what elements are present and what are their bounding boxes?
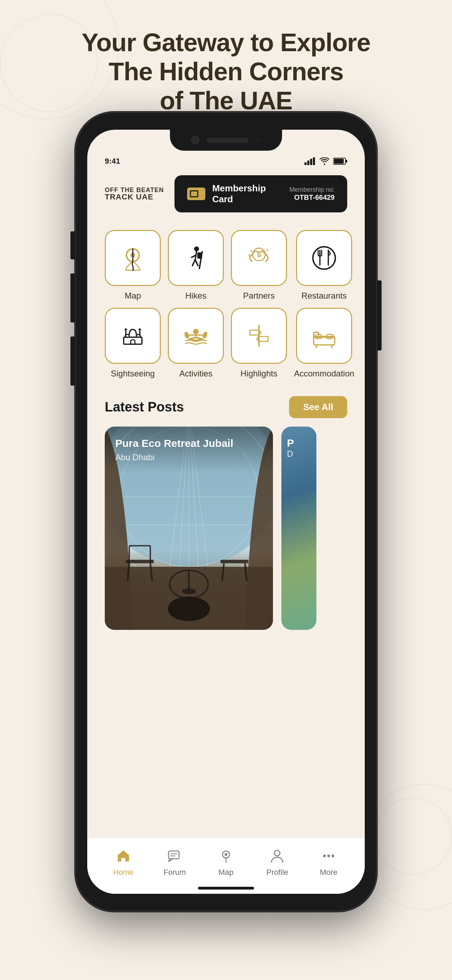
- highlights-icon-box: [231, 308, 287, 364]
- post-1-title: Pura Eco Retreat Jubail: [115, 437, 263, 450]
- svg-rect-6: [334, 159, 344, 164]
- silent-switch: [70, 336, 75, 385]
- phone-shell: 9:41: [75, 112, 377, 911]
- post-2-bg: [282, 426, 317, 630]
- hikes-label: Hikes: [185, 291, 206, 301]
- time: 9:41: [105, 157, 120, 166]
- bottom-nav: Home Forum: [87, 838, 365, 894]
- partners-label: Partners: [243, 291, 275, 301]
- app-header: OFF THE BEATEN TRACK UAE Membership Card…: [87, 172, 365, 220]
- speaker: [206, 138, 248, 143]
- forum-nav-label: Forum: [164, 868, 186, 877]
- svg-rect-27: [124, 337, 142, 344]
- menu-item-sightseeing[interactable]: Sightseeing: [105, 308, 161, 379]
- nav-item-profile[interactable]: Profile: [251, 848, 303, 877]
- svg-point-9: [194, 247, 199, 251]
- svg-point-74: [331, 854, 334, 858]
- post-2-title: P: [287, 437, 294, 449]
- status-bar: 9:41: [87, 151, 365, 172]
- highlights-label: Highlights: [240, 369, 277, 379]
- nav-item-map[interactable]: Map: [201, 848, 251, 877]
- membership-card[interactable]: Membership Card Membership no: OTBT-6642…: [175, 175, 347, 212]
- post-1-location: Abu Dhabi: [115, 452, 263, 462]
- svg-rect-15: [197, 252, 202, 259]
- posts-scroll: Pura Eco Retreat Jubail Abu Dhabi P D: [87, 426, 365, 630]
- bg-decor-circle-4: [375, 798, 452, 875]
- map-icon: [119, 244, 147, 272]
- partners-icon: $: [245, 244, 273, 272]
- map-nav-icon: [218, 848, 234, 865]
- volume-down-button: [70, 274, 75, 323]
- svg-rect-5: [346, 160, 347, 162]
- headline: Your Gateway to Explore The Hidden Corne…: [0, 28, 452, 115]
- menu-item-accommodation[interactable]: Accommodation: [294, 308, 354, 379]
- phone-screen: 9:41: [87, 130, 365, 894]
- accommodation-icon-box: [296, 308, 352, 364]
- nav-item-more[interactable]: More: [303, 848, 354, 877]
- post-2-location: D: [287, 449, 294, 459]
- card-number-area: Membership no: OTBT-66429: [290, 186, 334, 202]
- post-1-overlay: Pura Eco Retreat Jubail Abu Dhabi: [105, 426, 273, 473]
- svg-rect-0: [304, 162, 307, 165]
- sightseeing-icon-box: [105, 308, 161, 364]
- post-card-2[interactable]: P D: [282, 426, 317, 630]
- activities-label: Activities: [180, 369, 213, 379]
- volume-up-button: [70, 231, 75, 259]
- activities-icon: [182, 322, 210, 350]
- map-nav-label: Map: [219, 868, 234, 877]
- card-icon: [187, 188, 205, 200]
- svg-point-62: [168, 597, 210, 621]
- section-title: Latest Posts: [105, 399, 184, 415]
- menu-grid: Map: [87, 220, 365, 389]
- svg-point-28: [193, 329, 199, 334]
- phone-mockup: 9:41: [75, 112, 377, 911]
- svg-line-12: [193, 260, 195, 266]
- svg-text:$: $: [257, 250, 261, 259]
- card-title-text: Membership Card: [212, 183, 282, 205]
- svg-rect-3: [313, 158, 315, 165]
- sightseeing-icon: [119, 322, 147, 350]
- svg-point-70: [224, 853, 228, 856]
- map-icon-box: [105, 230, 161, 286]
- nav-item-forum[interactable]: Forum: [149, 848, 200, 877]
- see-all-button[interactable]: See All: [289, 396, 347, 418]
- signal-icon: [304, 158, 316, 165]
- power-button: [377, 280, 382, 350]
- activities-icon-box: [168, 308, 224, 364]
- svg-rect-63: [220, 560, 248, 563]
- profile-nav-icon: [269, 848, 285, 865]
- home-nav-icon: [116, 848, 131, 865]
- post-2-overlay: P D: [287, 437, 294, 459]
- svg-line-13: [195, 260, 198, 266]
- partners-icon-box: $: [231, 230, 287, 286]
- hikes-icon-box: [168, 230, 224, 286]
- menu-item-hikes[interactable]: Hikes: [168, 230, 224, 301]
- notch: [170, 130, 282, 151]
- sensor-dot: [255, 137, 261, 143]
- menu-item-highlights[interactable]: Highlights: [231, 308, 287, 379]
- svg-point-18: [313, 247, 335, 269]
- battery-icon: [333, 158, 347, 165]
- highlights-icon: [245, 322, 273, 350]
- app-content: 9:41: [87, 151, 365, 894]
- menu-item-restaurants[interactable]: Restaurants: [294, 230, 354, 301]
- svg-rect-2: [310, 159, 312, 165]
- post-card-1[interactable]: Pura Eco Retreat Jubail Abu Dhabi: [105, 426, 273, 630]
- svg-point-71: [274, 850, 280, 856]
- hikes-icon: [182, 244, 210, 272]
- accommodation-label: Accommodation: [294, 369, 354, 379]
- menu-item-map[interactable]: Map: [105, 230, 161, 301]
- svg-point-73: [327, 854, 330, 858]
- svg-point-72: [323, 854, 326, 858]
- nav-item-home[interactable]: Home: [98, 848, 149, 877]
- svg-point-61: [182, 589, 196, 594]
- wifi-icon: [319, 158, 330, 165]
- svg-rect-1: [307, 161, 309, 165]
- accommodation-icon: [310, 322, 338, 350]
- front-camera: [191, 136, 199, 145]
- logo-bottom: TRACK UAE: [105, 193, 164, 201]
- menu-item-partners[interactable]: $ Partners: [231, 230, 287, 301]
- menu-item-activities[interactable]: Activities: [168, 308, 224, 379]
- more-nav-icon: [321, 848, 336, 865]
- restaurants-icon-box: [296, 230, 352, 286]
